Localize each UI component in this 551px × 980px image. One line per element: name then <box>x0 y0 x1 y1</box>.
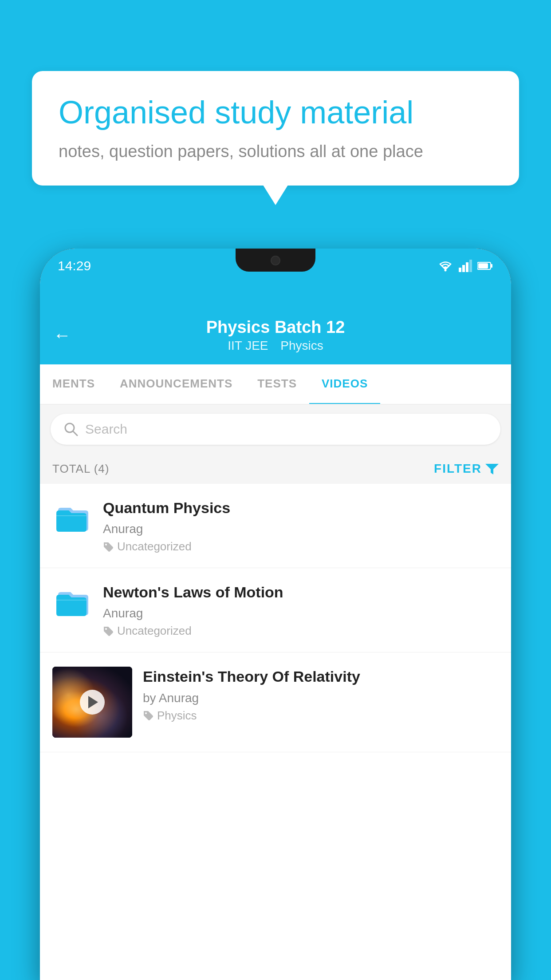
svg-rect-1 <box>459 268 461 272</box>
tab-videos[interactable]: VIDEOS <box>309 364 380 405</box>
tab-ments[interactable]: MENTS <box>40 364 107 405</box>
video-info: Newton's Laws of Motion Anurag Uncategor… <box>103 582 499 638</box>
speech-bubble: Organised study material notes, question… <box>32 71 519 186</box>
svg-point-11 <box>105 544 107 545</box>
play-button[interactable] <box>80 690 105 715</box>
folder-icon-container <box>52 498 92 533</box>
wifi-icon <box>437 260 453 272</box>
tag-icon <box>103 541 114 552</box>
svg-rect-2 <box>462 265 465 272</box>
subtitle-physics: Physics <box>280 339 323 352</box>
tag-label: Uncategorized <box>117 624 192 638</box>
filter-bar: TOTAL (4) FILTER <box>40 454 511 484</box>
bubble-subtitle: notes, question papers, solutions all at… <box>59 142 492 161</box>
video-title: Newton's Laws of Motion <box>103 582 499 602</box>
svg-rect-7 <box>478 263 488 269</box>
video-item[interactable]: Newton's Laws of Motion Anurag Uncategor… <box>40 568 511 652</box>
svg-rect-4 <box>469 260 472 272</box>
tag-icon <box>143 710 153 721</box>
video-author: by Anurag <box>143 691 499 705</box>
svg-rect-3 <box>466 262 468 272</box>
video-list: Quantum Physics Anurag Uncategorized <box>40 484 511 752</box>
search-placeholder: Search <box>85 422 127 437</box>
svg-line-9 <box>73 431 77 435</box>
tag-icon <box>103 626 114 636</box>
back-button[interactable]: ← <box>53 325 71 345</box>
video-item[interactable]: Einstein's Theory Of Relativity by Anura… <box>40 652 511 752</box>
search-container: Search <box>40 405 511 454</box>
video-author: Anurag <box>103 606 499 620</box>
video-author: Anurag <box>103 522 499 536</box>
svg-marker-10 <box>485 464 499 474</box>
video-tag: Physics <box>143 709 499 723</box>
video-thumbnail <box>52 667 132 738</box>
phone-screen: 14:29 <box>40 249 511 980</box>
tag-label: Physics <box>157 709 197 723</box>
play-triangle-icon <box>88 696 98 708</box>
tabs-bar: MENTS ANNOUNCEMENTS TESTS VIDEOS <box>40 364 511 405</box>
header-nav: ← Physics Batch 12 IIT JEE Physics <box>53 309 498 356</box>
camera-dot <box>271 256 280 265</box>
folder-icon <box>55 586 90 617</box>
total-count: TOTAL (4) <box>52 462 109 476</box>
filter-icon <box>485 462 499 475</box>
tab-tests[interactable]: TESTS <box>245 364 309 405</box>
video-item[interactable]: Quantum Physics Anurag Uncategorized <box>40 484 511 568</box>
status-time: 14:29 <box>58 254 91 273</box>
battery-icon <box>477 261 493 271</box>
svg-point-13 <box>145 712 147 714</box>
tag-label: Uncategorized <box>117 540 192 553</box>
svg-rect-6 <box>491 264 492 268</box>
app-header: ← Physics Batch 12 IIT JEE Physics <box>40 279 511 364</box>
video-title: Quantum Physics <box>103 498 499 518</box>
filter-label: FILTER <box>434 462 482 476</box>
svg-point-0 <box>445 269 447 272</box>
video-tag: Uncategorized <box>103 540 499 553</box>
batch-subtitle: IIT JEE Physics <box>206 339 345 353</box>
bubble-title: Organised study material <box>59 93 492 131</box>
svg-point-12 <box>105 628 107 630</box>
folder-icon-container <box>52 582 92 617</box>
tab-announcements[interactable]: ANNOUNCEMENTS <box>107 364 245 405</box>
video-tag: Uncategorized <box>103 624 499 638</box>
signal-icon <box>459 260 472 272</box>
video-title: Einstein's Theory Of Relativity <box>143 667 499 686</box>
search-icon <box>64 422 78 436</box>
subtitle-iit: IIT JEE <box>228 339 268 352</box>
phone-notch <box>236 249 315 272</box>
filter-button[interactable]: FILTER <box>434 462 499 476</box>
search-box[interactable]: Search <box>51 414 500 445</box>
folder-icon <box>55 502 90 533</box>
status-icons <box>437 255 493 272</box>
video-info: Einstein's Theory Of Relativity by Anura… <box>143 667 499 722</box>
video-info: Quantum Physics Anurag Uncategorized <box>103 498 499 553</box>
phone-frame: 14:29 <box>40 249 511 980</box>
batch-title: Physics Batch 12 <box>206 318 345 337</box>
